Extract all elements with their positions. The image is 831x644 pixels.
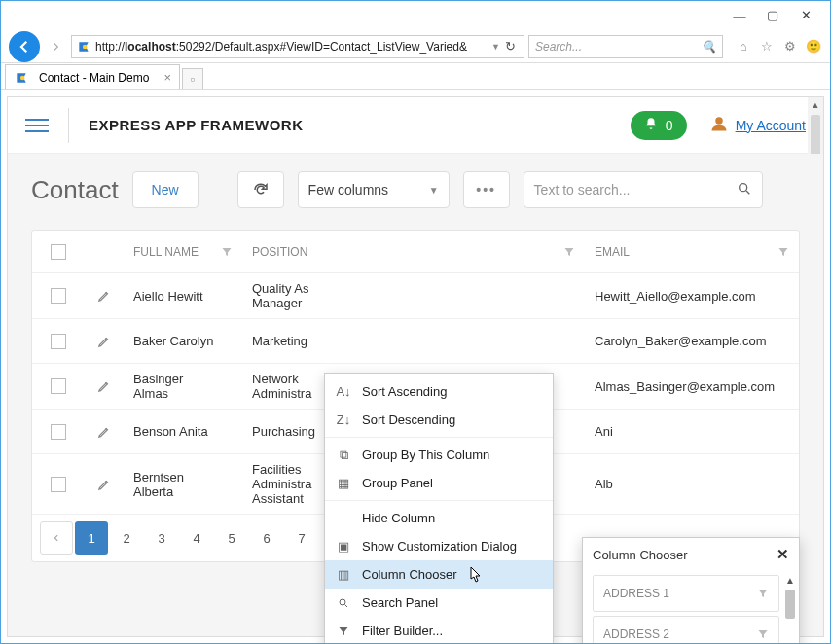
column-chooser-header[interactable]: Column Chooser ✕ bbox=[583, 538, 799, 571]
row-edit-button[interactable] bbox=[85, 454, 124, 514]
columns-icon: ▥ bbox=[335, 567, 352, 582]
svg-point-1 bbox=[20, 75, 25, 80]
table-row[interactable]: Baker CarolynMarketingCarolyn_Baker@exam… bbox=[32, 319, 799, 364]
address-bar[interactable]: http://localhost:50292/Default.aspx#View… bbox=[71, 35, 524, 58]
row-checkbox-cell[interactable] bbox=[32, 410, 85, 453]
column-name: ADDRESS 1 bbox=[603, 587, 669, 600]
menu-separator bbox=[325, 437, 553, 438]
header-select-all[interactable] bbox=[32, 231, 85, 272]
menu-sort-descending[interactable]: Z↓Sort Descending bbox=[325, 406, 553, 434]
pager-page-5[interactable]: 5 bbox=[215, 521, 248, 555]
more-actions-button[interactable]: ••• bbox=[463, 171, 510, 208]
menu-label: Column Chooser bbox=[362, 567, 457, 582]
checkbox[interactable] bbox=[51, 288, 66, 304]
cell-fullname: BasingerAlmas bbox=[124, 364, 242, 409]
menu-column-chooser[interactable]: ▥Column Chooser bbox=[325, 560, 553, 589]
row-checkbox-cell[interactable] bbox=[32, 319, 85, 363]
column-chooser-item[interactable]: ADDRESS 1 bbox=[593, 575, 779, 612]
dropdown-caret-icon[interactable]: ▼ bbox=[491, 42, 500, 52]
row-edit-button[interactable] bbox=[85, 364, 124, 409]
cell-hidden bbox=[345, 319, 585, 363]
checkbox[interactable] bbox=[51, 244, 66, 260]
favorites-icon[interactable]: ☆ bbox=[758, 38, 776, 55]
filter-icon[interactable] bbox=[563, 246, 575, 258]
menu-sort-ascending[interactable]: A↓Sort Ascending bbox=[325, 377, 553, 406]
menu-hide-column[interactable]: Hide Column bbox=[325, 504, 553, 532]
cell-email: Carolyn_Baker@example.com bbox=[585, 319, 799, 363]
back-button[interactable] bbox=[9, 31, 40, 62]
row-edit-button[interactable] bbox=[85, 410, 124, 453]
pager-page-4[interactable]: 4 bbox=[180, 521, 213, 555]
column-chooser-title: Column Chooser bbox=[593, 548, 688, 562]
tab-close-button[interactable]: × bbox=[163, 70, 171, 85]
scroll-up-icon[interactable]: ▲ bbox=[785, 575, 795, 586]
header-position[interactable]: POSITION bbox=[242, 231, 345, 272]
forward-button[interactable] bbox=[44, 35, 67, 58]
menu-label: Group Panel bbox=[362, 476, 433, 490]
menu-separator bbox=[325, 500, 553, 501]
grid-search-input[interactable]: Text to search... bbox=[524, 171, 763, 208]
menu-search-panel[interactable]: Search Panel bbox=[325, 589, 553, 617]
refresh-button[interactable] bbox=[237, 171, 284, 208]
filter-icon[interactable] bbox=[221, 246, 233, 258]
menu-group-by[interactable]: ⧉Group By This Column bbox=[325, 441, 553, 469]
view-selector-dropdown[interactable]: Few columns ▼ bbox=[298, 171, 450, 208]
menu-filter-builder[interactable]: Filter Builder... bbox=[325, 617, 553, 644]
menu-label: Search Panel bbox=[362, 595, 438, 610]
dialog-icon: ▣ bbox=[335, 539, 352, 554]
home-icon[interactable]: ⌂ bbox=[735, 38, 752, 55]
menu-group-panel[interactable]: ▦Group Panel bbox=[325, 469, 553, 497]
tab-strip: Contact - Main Demo × ▫ bbox=[1, 63, 830, 90]
pager-page-3[interactable]: 3 bbox=[145, 521, 178, 555]
new-tab-button[interactable]: ▫ bbox=[182, 68, 203, 89]
tab-favicon bbox=[14, 70, 29, 86]
address-text: http://localhost:50292/Default.aspx#View… bbox=[95, 40, 491, 54]
header-fullname[interactable]: FULL NAME bbox=[124, 231, 242, 272]
settings-gear-icon[interactable]: ⚙ bbox=[781, 38, 799, 55]
column-chooser-popup: Column Chooser ✕ ADDRESS 1ADDRESS 2ANNIV… bbox=[582, 537, 800, 644]
user-avatar-icon bbox=[710, 115, 728, 136]
row-edit-button[interactable] bbox=[85, 273, 124, 318]
search-icon[interactable]: 🔍 bbox=[702, 40, 716, 54]
row-edit-button[interactable] bbox=[85, 319, 124, 363]
table-row[interactable]: Aiello HewittQuality AsManagerHewitt_Aie… bbox=[32, 273, 799, 319]
window-maximize-button[interactable]: ▢ bbox=[756, 4, 789, 27]
menu-label: Sort Ascending bbox=[362, 384, 447, 399]
menu-label: Show Customization Dialog bbox=[362, 539, 517, 554]
pager-prev-button[interactable] bbox=[40, 521, 73, 555]
scroll-up-icon[interactable]: ▲ bbox=[812, 97, 820, 113]
window-minimize-button[interactable]: — bbox=[723, 4, 756, 27]
row-checkbox-cell[interactable] bbox=[32, 454, 85, 514]
column-chooser-item[interactable]: ADDRESS 2 bbox=[593, 616, 779, 644]
column-chooser-scrollbar[interactable]: ▲ bbox=[781, 571, 799, 644]
row-checkbox-cell[interactable] bbox=[32, 273, 85, 318]
filter-icon[interactable] bbox=[757, 588, 769, 599]
row-checkbox-cell[interactable] bbox=[32, 364, 85, 409]
pager-page-6[interactable]: 6 bbox=[250, 521, 283, 555]
emoji-icon[interactable]: 🙂 bbox=[805, 38, 822, 55]
menu-show-customization[interactable]: ▣Show Customization Dialog bbox=[325, 532, 553, 560]
filter-icon[interactable] bbox=[777, 246, 789, 258]
checkbox[interactable] bbox=[51, 424, 66, 440]
checkbox[interactable] bbox=[51, 334, 66, 349]
reload-button[interactable]: ↻ bbox=[500, 39, 520, 54]
my-account-link[interactable]: My Account bbox=[736, 118, 806, 133]
cell-email: Alb bbox=[585, 454, 799, 514]
pager-page-2[interactable]: 2 bbox=[110, 521, 143, 555]
filter-icon[interactable] bbox=[757, 628, 769, 640]
close-button[interactable]: ✕ bbox=[777, 546, 789, 563]
checkbox[interactable] bbox=[51, 477, 66, 492]
bell-icon bbox=[644, 117, 658, 133]
window-close-button[interactable]: ✕ bbox=[789, 4, 822, 27]
new-button[interactable]: New bbox=[132, 171, 199, 208]
pager-page-7[interactable]: 7 bbox=[285, 521, 318, 555]
pager-page-1[interactable]: 1 bbox=[75, 521, 108, 555]
menu-button[interactable] bbox=[25, 119, 49, 132]
checkbox[interactable] bbox=[51, 378, 66, 394]
header-email[interactable]: EMAIL bbox=[585, 231, 799, 272]
browser-tab[interactable]: Contact - Main Demo × bbox=[5, 64, 180, 89]
notifications-button[interactable]: 0 bbox=[631, 111, 687, 140]
search-icon[interactable] bbox=[737, 181, 752, 199]
browser-search-input[interactable]: Search... 🔍 bbox=[528, 35, 723, 58]
scroll-thumb[interactable] bbox=[785, 590, 795, 619]
